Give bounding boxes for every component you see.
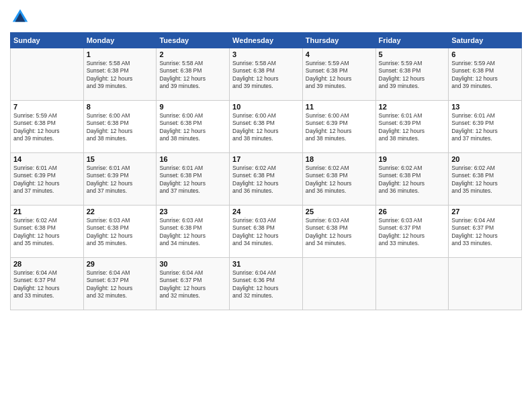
day-number: 18 [306,155,373,163]
calendar-cell: 8Sunrise: 6:00 AM Sunset: 6:38 PM Daylig… [83,101,157,153]
calendar-cell: 6Sunrise: 5:59 AM Sunset: 6:38 PM Daylig… [449,48,522,101]
day-number: 9 [159,103,226,111]
calendar-cell: 10Sunrise: 6:00 AM Sunset: 6:38 PM Dayli… [230,101,303,153]
calendar-cell: 30Sunrise: 6:04 AM Sunset: 6:37 PM Dayli… [157,258,230,310]
day-info: Sunrise: 6:03 AM Sunset: 6:38 PM Dayligh… [87,217,154,248]
day-info: Sunrise: 5:59 AM Sunset: 6:38 PM Dayligh… [306,60,373,91]
day-number: 15 [87,155,154,163]
calendar-cell: 27Sunrise: 6:04 AM Sunset: 6:37 PM Dayli… [449,205,522,258]
day-number: 4 [306,50,373,58]
day-info: Sunrise: 6:01 AM Sunset: 6:39 PM Dayligh… [451,112,519,143]
day-number: 13 [451,103,519,111]
day-info: Sunrise: 6:03 AM Sunset: 6:38 PM Dayligh… [232,217,300,248]
day-info: Sunrise: 6:04 AM Sunset: 6:36 PM Dayligh… [232,269,300,300]
col-header-thursday: Thursday [302,33,375,48]
day-number: 22 [87,208,154,216]
day-info: Sunrise: 6:02 AM Sunset: 6:38 PM Dayligh… [379,165,446,195]
col-header-wednesday: Wednesday [230,33,303,48]
day-number: 31 [232,260,300,268]
day-info: Sunrise: 6:02 AM Sunset: 6:38 PM Dayligh… [13,217,81,248]
day-number: 24 [232,208,300,216]
day-info: Sunrise: 6:02 AM Sunset: 6:38 PM Dayligh… [232,165,300,195]
calendar-cell: 2Sunrise: 5:58 AM Sunset: 6:38 PM Daylig… [157,48,230,101]
day-number: 3 [232,50,300,58]
calendar-cell: 13Sunrise: 6:01 AM Sunset: 6:39 PM Dayli… [449,101,522,153]
day-number: 14 [13,155,81,163]
day-number: 30 [159,260,226,268]
logo [10,7,33,27]
calendar-cell [302,258,375,310]
day-info: Sunrise: 6:03 AM Sunset: 6:38 PM Dayligh… [306,217,373,248]
calendar-cell: 7Sunrise: 5:59 AM Sunset: 6:38 PM Daylig… [11,101,84,153]
day-info: Sunrise: 6:00 AM Sunset: 6:38 PM Dayligh… [87,112,154,143]
day-number: 25 [306,208,373,216]
week-row-2: 7Sunrise: 5:59 AM Sunset: 6:38 PM Daylig… [11,101,522,153]
calendar-cell: 31Sunrise: 6:04 AM Sunset: 6:36 PM Dayli… [230,258,303,310]
day-number: 2 [159,50,226,58]
calendar-cell: 25Sunrise: 6:03 AM Sunset: 6:38 PM Dayli… [302,205,375,258]
calendar-cell: 20Sunrise: 6:02 AM Sunset: 6:38 PM Dayli… [449,153,522,205]
col-header-monday: Monday [83,33,157,48]
logo-icon [10,7,30,27]
calendar-cell: 21Sunrise: 6:02 AM Sunset: 6:38 PM Dayli… [11,205,84,258]
calendar-cell [375,258,449,310]
day-number: 19 [379,155,446,163]
day-info: Sunrise: 6:04 AM Sunset: 6:37 PM Dayligh… [13,269,81,300]
day-info: Sunrise: 6:02 AM Sunset: 6:38 PM Dayligh… [451,165,519,195]
day-number: 21 [13,208,81,216]
day-number: 23 [159,208,226,216]
day-info: Sunrise: 6:00 AM Sunset: 6:38 PM Dayligh… [159,112,226,143]
day-info: Sunrise: 6:01 AM Sunset: 6:39 PM Dayligh… [379,112,446,143]
col-header-sunday: Sunday [11,33,84,48]
day-info: Sunrise: 6:01 AM Sunset: 6:39 PM Dayligh… [13,165,81,195]
calendar-cell: 4Sunrise: 5:59 AM Sunset: 6:38 PM Daylig… [302,48,375,101]
calendar-cell: 23Sunrise: 6:03 AM Sunset: 6:38 PM Dayli… [157,205,230,258]
day-number: 7 [13,103,81,111]
day-info: Sunrise: 6:02 AM Sunset: 6:38 PM Dayligh… [306,165,373,195]
col-header-friday: Friday [375,33,449,48]
day-info: Sunrise: 5:58 AM Sunset: 6:38 PM Dayligh… [87,60,154,91]
col-header-tuesday: Tuesday [157,33,230,48]
day-info: Sunrise: 6:04 AM Sunset: 6:37 PM Dayligh… [159,269,226,300]
day-info: Sunrise: 6:01 AM Sunset: 6:38 PM Dayligh… [159,165,226,195]
day-number: 11 [306,103,373,111]
day-number: 20 [451,155,519,163]
day-number: 6 [451,50,519,58]
day-info: Sunrise: 5:59 AM Sunset: 6:38 PM Dayligh… [13,112,81,143]
day-info: Sunrise: 6:03 AM Sunset: 6:37 PM Dayligh… [379,217,446,248]
calendar-cell: 11Sunrise: 6:00 AM Sunset: 6:39 PM Dayli… [302,101,375,153]
calendar-cell: 22Sunrise: 6:03 AM Sunset: 6:38 PM Dayli… [83,205,157,258]
week-row-3: 14Sunrise: 6:01 AM Sunset: 6:39 PM Dayli… [11,153,522,205]
calendar-cell: 3Sunrise: 5:58 AM Sunset: 6:38 PM Daylig… [230,48,303,101]
day-info: Sunrise: 5:58 AM Sunset: 6:38 PM Dayligh… [159,60,226,91]
day-number: 16 [159,155,226,163]
day-number: 17 [232,155,300,163]
day-info: Sunrise: 6:00 AM Sunset: 6:39 PM Dayligh… [306,112,373,143]
day-number: 8 [87,103,154,111]
calendar-cell: 14Sunrise: 6:01 AM Sunset: 6:39 PM Dayli… [11,153,84,205]
calendar-cell: 5Sunrise: 5:59 AM Sunset: 6:38 PM Daylig… [375,48,449,101]
day-info: Sunrise: 6:04 AM Sunset: 6:37 PM Dayligh… [451,217,519,248]
page: SundayMondayTuesdayWednesdayThursdayFrid… [0,0,532,411]
calendar-cell: 24Sunrise: 6:03 AM Sunset: 6:38 PM Dayli… [230,205,303,258]
day-info: Sunrise: 6:03 AM Sunset: 6:38 PM Dayligh… [159,217,226,248]
day-info: Sunrise: 6:01 AM Sunset: 6:39 PM Dayligh… [87,165,154,195]
day-number: 26 [379,208,446,216]
day-info: Sunrise: 6:00 AM Sunset: 6:38 PM Dayligh… [232,112,300,143]
week-row-1: 1Sunrise: 5:58 AM Sunset: 6:38 PM Daylig… [11,48,522,101]
day-info: Sunrise: 6:04 AM Sunset: 6:37 PM Dayligh… [87,269,154,300]
calendar-cell: 29Sunrise: 6:04 AM Sunset: 6:37 PM Dayli… [83,258,157,310]
calendar-cell: 26Sunrise: 6:03 AM Sunset: 6:37 PM Dayli… [375,205,449,258]
day-number: 29 [87,260,154,268]
calendar-cell: 16Sunrise: 6:01 AM Sunset: 6:38 PM Dayli… [157,153,230,205]
calendar-cell: 17Sunrise: 6:02 AM Sunset: 6:38 PM Dayli… [230,153,303,205]
week-row-4: 21Sunrise: 6:02 AM Sunset: 6:38 PM Dayli… [11,205,522,258]
header-row: SundayMondayTuesdayWednesdayThursdayFrid… [11,33,522,48]
col-header-saturday: Saturday [449,33,522,48]
calendar-cell: 9Sunrise: 6:00 AM Sunset: 6:38 PM Daylig… [157,101,230,153]
day-number: 10 [232,103,300,111]
day-info: Sunrise: 5:59 AM Sunset: 6:38 PM Dayligh… [451,60,519,91]
day-number: 1 [87,50,154,58]
day-number: 12 [379,103,446,111]
day-info: Sunrise: 5:58 AM Sunset: 6:38 PM Dayligh… [232,60,300,91]
